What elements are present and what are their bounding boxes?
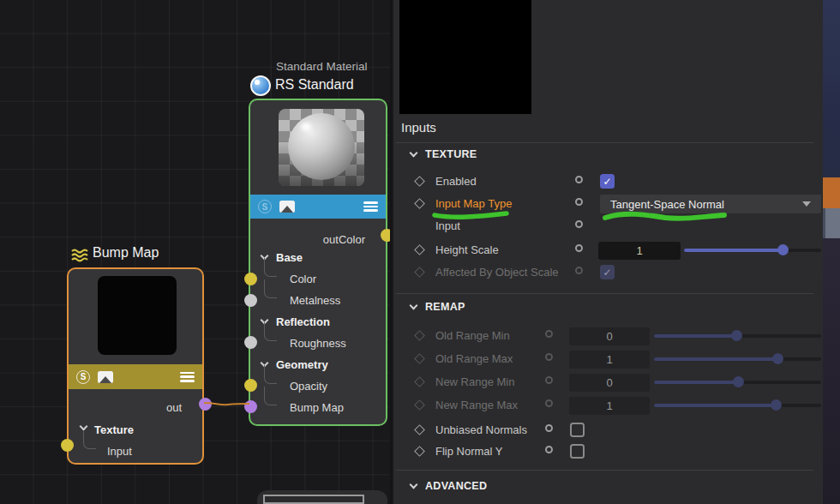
rs-opacity-port[interactable]	[244, 379, 257, 392]
keyframe-diamond-icon	[414, 399, 425, 411]
check-icon: ✓	[603, 176, 611, 188]
rs-standard-node[interactable]: S outColor Base Color Metalness Reflecti…	[249, 99, 387, 426]
chevron-down-icon[interactable]	[410, 481, 418, 489]
section-remap[interactable]: REMAP	[411, 301, 465, 313]
strip-slate-block[interactable]	[823, 208, 840, 238]
keyframe-diamond-icon[interactable]	[414, 176, 425, 187]
menu-icon[interactable]	[180, 372, 195, 382]
new-range-max-slider	[654, 399, 821, 411]
keyframe-diamond-icon[interactable]	[414, 424, 425, 435]
slider-handle	[731, 330, 742, 341]
keyframe-diamond-icon[interactable]	[414, 244, 425, 255]
rs-group-geometry[interactable]: Geometry	[276, 355, 328, 374]
image-icon[interactable]	[98, 371, 113, 383]
section-texture[interactable]: TEXTURE	[411, 148, 477, 160]
port-socket-icon[interactable]	[575, 176, 583, 183]
unbiased-normals-checkbox[interactable]	[570, 423, 585, 437]
tree-connector	[264, 322, 277, 341]
row-old-range-max: Old Range Max 1	[393, 350, 823, 370]
slider-handle	[771, 399, 782, 411]
node-graph-canvas[interactable]: Bump Map S out Texture Input Standard Ma…	[0, 0, 392, 504]
rs-metalness-port[interactable]	[244, 294, 257, 307]
slider-handle	[772, 353, 783, 364]
port-socket-icon[interactable]	[575, 244, 583, 252]
menu-icon[interactable]	[363, 201, 378, 212]
rs-bumpmap-port[interactable]	[244, 400, 257, 413]
bump-out-label: out	[166, 398, 182, 417]
row-height-scale: Height Scale 1	[393, 241, 823, 261]
slider-handle[interactable]	[777, 244, 789, 255]
rs-item-opacity[interactable]: Opacity	[290, 376, 327, 395]
chevron-down-icon	[802, 201, 811, 207]
keyframe-diamond-icon[interactable]	[414, 198, 425, 209]
new-range-max-label: New Range Max	[435, 399, 518, 411]
old-range-max-slider	[654, 353, 821, 364]
partial-node-bottom[interactable]	[257, 490, 387, 504]
bump-group-texture[interactable]: Texture	[94, 420, 134, 439]
old-range-min-value: 0	[569, 327, 650, 345]
bump-out-port[interactable]	[199, 398, 212, 411]
section-advanced[interactable]: ADVANCED	[411, 480, 487, 492]
flip-normal-y-label: Flip Normal Y	[435, 445, 503, 458]
bump-map-node[interactable]: S out Texture Input	[67, 267, 204, 465]
input-map-type-dropdown[interactable]: Tangent-Space Normal	[600, 195, 821, 213]
solo-badge-icon[interactable]: S	[76, 370, 90, 384]
port-socket-icon[interactable]	[575, 220, 583, 228]
chevron-down-icon[interactable]	[80, 423, 88, 431]
section-remap-label: REMAP	[425, 301, 465, 313]
tree-connector	[83, 430, 96, 449]
rs-outcolor-port[interactable]	[381, 229, 392, 242]
keyframe-diamond-icon	[414, 330, 425, 341]
section-texture-label: TEXTURE	[425, 148, 477, 160]
bump-node-title[interactable]: Bump Map	[93, 245, 159, 261]
solo-badge-icon[interactable]: S	[258, 200, 272, 213]
keyframe-diamond-icon[interactable]	[414, 267, 425, 278]
rs-node-title[interactable]: RS Standard	[275, 77, 354, 93]
tree-connector	[264, 279, 277, 298]
strip-dark-block	[823, 238, 840, 504]
enabled-checkbox[interactable]: ✓	[600, 174, 615, 189]
flip-normal-y-checkbox[interactable]	[570, 444, 585, 459]
port-socket-icon[interactable]	[575, 198, 583, 206]
side-panel-strip	[823, 0, 840, 504]
bump-input-port[interactable]	[61, 439, 74, 452]
height-scale-value[interactable]: 1	[598, 242, 681, 260]
image-icon[interactable]	[279, 201, 295, 213]
row-old-range-min: Old Range Min 0	[393, 327, 823, 347]
unbiased-normals-label: Unbiased Normals	[435, 423, 527, 436]
rs-item-color[interactable]: Color	[290, 269, 316, 288]
rs-item-roughness[interactable]: Roughness	[290, 333, 346, 352]
rs-group-base[interactable]: Base	[276, 248, 303, 267]
affected-label: Affected By Object Scale	[435, 266, 559, 279]
bump-node-toolbar: S	[69, 364, 202, 389]
row-affected-by-object-scale: Affected By Object Scale ✓	[393, 263, 823, 284]
slider-handle	[733, 376, 744, 387]
strip-orange-block[interactable]	[823, 177, 840, 208]
strip-navy-block	[823, 0, 840, 177]
old-range-min-label: Old Range Min	[435, 329, 510, 342]
rs-color-port[interactable]	[244, 273, 257, 285]
port-socket-icon[interactable]	[545, 424, 553, 432]
material-sphere-icon	[250, 75, 271, 96]
keyframe-diamond-icon[interactable]	[414, 446, 425, 457]
bump-input-item[interactable]: Input	[107, 441, 132, 460]
new-range-min-label: New Range Min	[435, 375, 515, 388]
old-range-max-label: Old Range Max	[435, 352, 513, 365]
port-socket-icon	[545, 376, 553, 384]
rs-item-bumpmap[interactable]: Bump Map	[290, 398, 344, 417]
chevron-down-icon[interactable]	[410, 302, 418, 310]
keyframe-diamond-icon	[414, 376, 425, 387]
old-range-max-value: 1	[569, 351, 650, 369]
rs-item-metalness[interactable]: Metalness	[290, 291, 340, 309]
chevron-down-icon[interactable]	[410, 149, 418, 158]
height-scale-slider[interactable]	[684, 244, 821, 255]
port-socket-icon	[545, 399, 553, 407]
height-scale-label: Height Scale	[435, 243, 499, 256]
rs-roughness-port[interactable]	[244, 336, 257, 349]
port-socket-icon	[575, 267, 583, 274]
rs-outcolor-label: outColor	[323, 230, 365, 249]
rs-group-reflection[interactable]: Reflection	[276, 312, 330, 331]
row-enabled: Enabled ✓	[393, 172, 823, 193]
port-socket-icon[interactable]	[545, 446, 553, 453]
input-label: Input	[435, 219, 460, 232]
